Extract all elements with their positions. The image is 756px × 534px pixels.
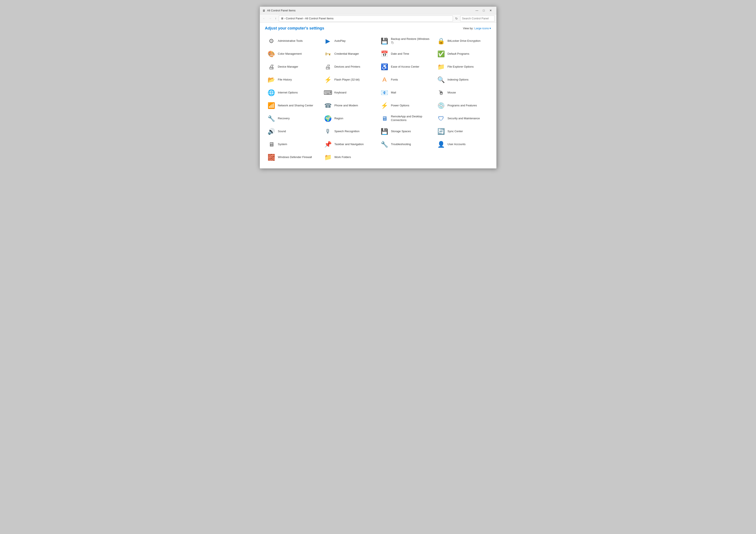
cp-item-storage-spaces[interactable]: 💾Storage Spaces bbox=[378, 125, 435, 138]
cp-item-internet-options[interactable]: 🌐Internet Options bbox=[265, 87, 322, 99]
power-options-label: Power Options bbox=[391, 104, 409, 108]
backup-restore-label: Backup and Restore (Windows 7) bbox=[391, 37, 433, 44]
close-button[interactable]: ✕ bbox=[488, 8, 494, 13]
indexing-options-label: Indexing Options bbox=[447, 78, 469, 82]
window-icon: 🖥 bbox=[262, 9, 265, 12]
bitlocker-label: BitLocker Drive Encryption bbox=[447, 39, 480, 43]
flash-player-icon: ⚡ bbox=[324, 75, 332, 84]
taskbar-navigation-icon: 📌 bbox=[324, 140, 332, 149]
file-explorer-options-label: File Explorer Options bbox=[447, 65, 473, 69]
mouse-label: Mouse bbox=[447, 91, 456, 94]
system-icon: 🖥 bbox=[267, 140, 276, 149]
cp-item-indexing-options[interactable]: 🔍Indexing Options bbox=[435, 74, 491, 86]
cp-item-file-history[interactable]: 📂File History bbox=[265, 74, 322, 86]
cp-item-speech-recognition[interactable]: 🎙Speech Recognition bbox=[321, 125, 378, 138]
devices-printers-label: Devices and Printers bbox=[335, 65, 360, 69]
date-time-icon: 📅 bbox=[380, 50, 389, 58]
security-maintenance-icon: 🛡 bbox=[437, 114, 445, 123]
work-folders-icon: 📁 bbox=[324, 153, 332, 162]
administrative-tools-icon: ⚙ bbox=[267, 37, 276, 45]
cp-item-bitlocker[interactable]: 🔒BitLocker Drive Encryption bbox=[435, 35, 491, 47]
cp-item-device-manager[interactable]: 🖨Device Manager bbox=[265, 61, 322, 73]
address-bar: ← → ↑ 🖥 > Control Panel > All Control Pa… bbox=[260, 14, 497, 23]
maximize-button[interactable]: □ bbox=[481, 8, 487, 13]
system-label: System bbox=[278, 142, 287, 146]
cp-item-system[interactable]: 🖥System bbox=[265, 138, 322, 150]
cp-item-remoteapp[interactable]: 🖥RemoteApp and Desktop Connections bbox=[378, 113, 435, 124]
up-button[interactable]: ↑ bbox=[274, 16, 278, 21]
cp-item-devices-printers[interactable]: 🖨Devices and Printers bbox=[321, 61, 378, 73]
items-grid: ⚙Administrative Tools▶AutoPlay💾Backup an… bbox=[265, 35, 491, 163]
control-panel-window: 🖥 All Control Panel Items — □ ✕ ← → ↑ 🖥 … bbox=[259, 7, 497, 168]
content-area: Adjust your computer's settings View by:… bbox=[260, 23, 497, 168]
title-bar: 🖥 All Control Panel Items — □ ✕ bbox=[260, 7, 497, 14]
view-by-option[interactable]: Large icons ▾ bbox=[474, 27, 491, 30]
security-maintenance-label: Security and Maintenance bbox=[447, 117, 480, 120]
cp-item-file-explorer-options[interactable]: 📁File Explorer Options bbox=[435, 61, 491, 73]
credential-manager-icon: 🗝 bbox=[324, 50, 332, 58]
cp-item-region[interactable]: 🌍Region bbox=[321, 113, 378, 124]
address-controls: ↻ bbox=[454, 16, 459, 21]
cp-item-autoplay[interactable]: ▶AutoPlay bbox=[321, 35, 378, 47]
mouse-icon: 🖱 bbox=[437, 88, 445, 97]
remoteapp-label: RemoteApp and Desktop Connections bbox=[391, 115, 433, 122]
refresh-button[interactable]: ↻ bbox=[454, 16, 459, 21]
speech-recognition-label: Speech Recognition bbox=[335, 130, 359, 133]
address-path[interactable]: 🖥 > Control Panel > All Control Panel It… bbox=[279, 15, 453, 21]
internet-options-icon: 🌐 bbox=[267, 88, 276, 97]
color-management-icon: 🎨 bbox=[267, 50, 276, 58]
cp-item-mouse[interactable]: 🖱Mouse bbox=[435, 87, 491, 99]
breadcrumb-control-panel: Control Panel bbox=[286, 17, 303, 20]
cp-item-network-sharing[interactable]: 📶Network and Sharing Center bbox=[265, 99, 322, 112]
cp-item-fonts[interactable]: AFonts bbox=[378, 74, 435, 86]
ease-of-access-label: Ease of Access Center bbox=[391, 65, 419, 69]
cp-item-keyboard[interactable]: ⌨Keyboard bbox=[321, 87, 378, 99]
minimize-button[interactable]: — bbox=[474, 8, 480, 13]
cp-item-sound[interactable]: 🔊Sound bbox=[265, 125, 322, 138]
work-folders-label: Work Folders bbox=[335, 156, 351, 159]
sound-icon: 🔊 bbox=[267, 127, 276, 136]
view-by-control: View by: Large icons ▾ bbox=[463, 27, 491, 30]
cp-item-phone-modem[interactable]: ☎Phone and Modem bbox=[321, 99, 378, 112]
cp-item-administrative-tools[interactable]: ⚙Administrative Tools bbox=[265, 35, 322, 47]
network-sharing-label: Network and Sharing Center bbox=[278, 104, 313, 108]
phone-modem-label: Phone and Modem bbox=[335, 104, 358, 108]
file-history-icon: 📂 bbox=[267, 75, 276, 84]
cp-item-date-time[interactable]: 📅Date and Time bbox=[378, 48, 435, 60]
search-input[interactable] bbox=[460, 15, 495, 21]
storage-spaces-icon: 💾 bbox=[380, 127, 389, 136]
internet-options-label: Internet Options bbox=[278, 91, 298, 94]
cp-item-taskbar-navigation[interactable]: 📌Taskbar and Navigation bbox=[321, 138, 378, 150]
device-manager-label: Device Manager bbox=[278, 65, 298, 69]
cp-item-mail[interactable]: 📧Mail bbox=[378, 87, 435, 99]
cp-item-windows-firewall[interactable]: 🧱Windows Defender Firewall bbox=[265, 151, 322, 163]
user-accounts-icon: 👤 bbox=[437, 140, 445, 149]
cp-item-backup-restore[interactable]: 💾Backup and Restore (Windows 7) bbox=[378, 35, 435, 47]
indexing-options-icon: 🔍 bbox=[437, 75, 445, 84]
cp-item-flash-player[interactable]: ⚡Flash Player (32-bit) bbox=[321, 74, 378, 86]
cp-item-user-accounts[interactable]: 👤User Accounts bbox=[435, 138, 491, 150]
mail-label: Mail bbox=[391, 91, 396, 94]
cp-item-recovery[interactable]: 🔧Recovery bbox=[265, 113, 322, 124]
cp-item-work-folders[interactable]: 📁Work Folders bbox=[321, 151, 378, 163]
cp-item-security-maintenance[interactable]: 🛡Security and Maintenance bbox=[435, 113, 491, 124]
cp-item-ease-of-access[interactable]: ♿Ease of Access Center bbox=[378, 61, 435, 73]
cp-item-color-management[interactable]: 🎨Color Management bbox=[265, 48, 322, 60]
breadcrumb: 🖥 > Control Panel > All Control Panel It… bbox=[281, 17, 334, 20]
back-button[interactable]: ← bbox=[261, 16, 266, 21]
taskbar-navigation-label: Taskbar and Navigation bbox=[335, 142, 364, 146]
cp-item-sync-center[interactable]: 🔄Sync Center bbox=[435, 125, 491, 138]
region-label: Region bbox=[335, 117, 343, 120]
cp-item-power-options[interactable]: ⚡Power Options bbox=[378, 99, 435, 112]
cp-item-default-programs[interactable]: ✅Default Programs bbox=[435, 48, 491, 60]
cp-item-credential-manager[interactable]: 🗝Credential Manager bbox=[321, 48, 378, 60]
cp-item-programs-features[interactable]: 💿Programs and Features bbox=[435, 99, 491, 112]
phone-modem-icon: ☎ bbox=[324, 101, 332, 110]
window-title: All Control Panel Items bbox=[267, 9, 296, 12]
content-header: Adjust your computer's settings View by:… bbox=[265, 26, 491, 31]
cp-item-troubleshooting[interactable]: 🔧Troubleshooting bbox=[378, 138, 435, 150]
device-manager-icon: 🖨 bbox=[267, 63, 276, 71]
color-management-label: Color Management bbox=[278, 52, 302, 56]
speech-recognition-icon: 🎙 bbox=[324, 127, 332, 136]
forward-button[interactable]: → bbox=[268, 16, 273, 21]
